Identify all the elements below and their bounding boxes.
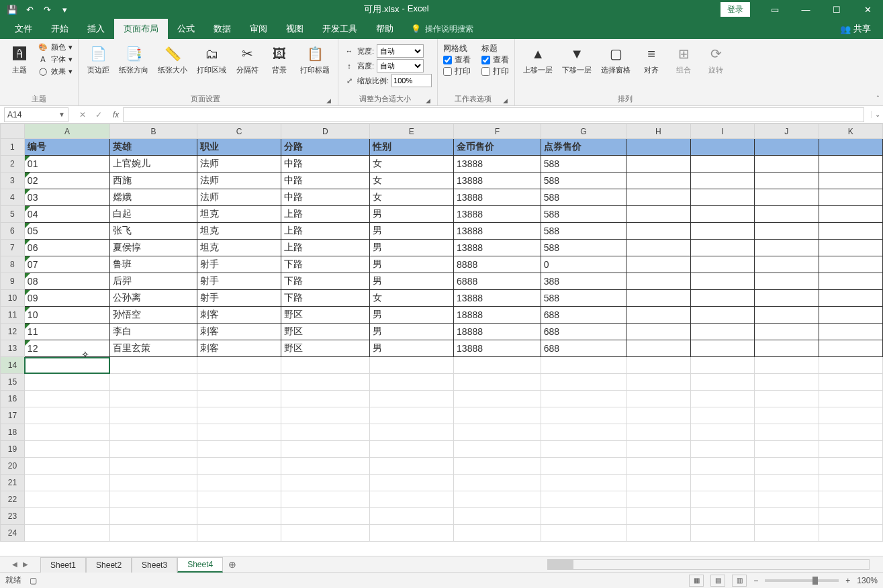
cell-H1[interactable] <box>626 139 690 156</box>
row-header-2[interactable]: 2 <box>1 156 25 173</box>
cell-H20[interactable] <box>626 458 690 475</box>
cell-C2[interactable]: 法师 <box>197 156 281 173</box>
cell-G10[interactable]: 588 <box>541 290 626 307</box>
cell-J14[interactable] <box>755 357 819 374</box>
cell-C16[interactable] <box>197 391 281 407</box>
col-header-A[interactable]: A <box>24 124 109 139</box>
cell-G22[interactable] <box>541 491 626 508</box>
cell-K2[interactable] <box>819 156 883 173</box>
orientation-button[interactable]: 📑纸张方向 <box>116 42 151 76</box>
cell-B14[interactable] <box>110 357 197 374</box>
cell-H13[interactable] <box>626 340 690 357</box>
cell-J7[interactable] <box>755 240 819 256</box>
cell-E14[interactable] <box>369 357 453 374</box>
tab-data[interactable]: 数据 <box>204 19 240 39</box>
maximize-icon[interactable]: ☐ <box>821 0 852 19</box>
cell-E22[interactable] <box>369 491 453 508</box>
cell-J9[interactable] <box>755 273 819 290</box>
cell-F7[interactable]: 13888 <box>454 240 541 256</box>
ribbon-options-icon[interactable]: ▭ <box>759 0 790 19</box>
sheet-tab-4[interactable]: Sheet4 <box>177 557 223 573</box>
cell-J11[interactable] <box>755 307 819 324</box>
cell-J6[interactable] <box>755 223 819 240</box>
tab-review[interactable]: 审阅 <box>240 19 277 39</box>
cell-F13[interactable]: 13888 <box>454 340 541 357</box>
cell-E15[interactable] <box>369 374 453 391</box>
cell-B15[interactable] <box>110 374 197 391</box>
sheet-tab-2[interactable]: Sheet2 <box>86 557 132 573</box>
redo-icon[interactable]: ↷ <box>39 1 55 17</box>
cell-D21[interactable] <box>281 475 369 491</box>
cell-C5[interactable]: 坦克 <box>197 206 281 223</box>
cell-C20[interactable] <box>197 458 281 475</box>
cell-A8[interactable]: 07 <box>24 256 109 273</box>
cell-C14[interactable] <box>197 357 281 374</box>
row-header-18[interactable]: 18 <box>1 424 25 441</box>
cell-H2[interactable] <box>626 156 690 173</box>
width-select[interactable]: 自动 <box>377 44 424 58</box>
enter-formula-icon[interactable]: ✓ <box>93 110 105 119</box>
cell-G18[interactable] <box>541 424 626 441</box>
cell-H17[interactable] <box>626 407 690 424</box>
col-header-H[interactable]: H <box>626 124 690 139</box>
cell-C17[interactable] <box>197 407 281 424</box>
cell-I21[interactable] <box>690 475 754 491</box>
fx-icon[interactable]: fx <box>113 110 119 119</box>
cancel-formula-icon[interactable]: ✕ <box>77 110 89 119</box>
cell-I15[interactable] <box>690 374 754 391</box>
cell-F24[interactable] <box>454 525 541 542</box>
cell-G8[interactable]: 0 <box>541 256 626 273</box>
cell-E16[interactable] <box>369 391 453 407</box>
cell-K7[interactable] <box>819 240 883 256</box>
col-header-F[interactable]: F <box>454 124 541 139</box>
cell-A19[interactable] <box>24 441 109 458</box>
cell-D17[interactable] <box>281 407 369 424</box>
cell-H19[interactable] <box>626 441 690 458</box>
scale-launcher-icon[interactable]: ◢ <box>426 97 432 104</box>
cell-A1[interactable]: 编号 <box>24 139 109 156</box>
margins-button[interactable]: 📄页边距 <box>84 42 112 76</box>
cell-E11[interactable]: 男 <box>369 307 453 324</box>
zoom-in-icon[interactable]: + <box>845 576 850 585</box>
cell-I10[interactable] <box>690 290 754 307</box>
bringforward-button[interactable]: ▲上移一层 <box>520 42 555 76</box>
row-header-10[interactable]: 10 <box>1 290 25 307</box>
cell-B5[interactable]: 白起 <box>110 206 197 223</box>
cell-F22[interactable] <box>454 491 541 508</box>
cell-G13[interactable]: 688 <box>541 340 626 357</box>
cell-G3[interactable]: 588 <box>541 173 626 189</box>
cell-D10[interactable]: 下路 <box>281 290 369 307</box>
cell-G11[interactable]: 688 <box>541 307 626 324</box>
cell-I22[interactable] <box>690 491 754 508</box>
row-header-8[interactable]: 8 <box>1 256 25 273</box>
cell-K9[interactable] <box>819 273 883 290</box>
cell-C19[interactable] <box>197 441 281 458</box>
row-header-17[interactable]: 17 <box>1 407 25 424</box>
cell-C11[interactable]: 刺客 <box>197 307 281 324</box>
cell-I9[interactable] <box>690 273 754 290</box>
col-header-B[interactable]: B <box>110 124 197 139</box>
col-header-D[interactable]: D <box>281 124 369 139</box>
row-header-11[interactable]: 11 <box>1 307 25 324</box>
row-header-14[interactable]: 14 <box>1 357 25 374</box>
cell-K6[interactable] <box>819 223 883 240</box>
cell-G14[interactable] <box>541 357 626 374</box>
cell-C7[interactable]: 坦克 <box>197 240 281 256</box>
cell-G21[interactable] <box>541 475 626 491</box>
cell-I3[interactable] <box>690 173 754 189</box>
cell-C9[interactable]: 射手 <box>197 273 281 290</box>
cell-H11[interactable] <box>626 307 690 324</box>
cell-F14[interactable] <box>454 357 541 374</box>
cell-E10[interactable]: 女 <box>369 290 453 307</box>
cell-A3[interactable]: 02 <box>24 173 109 189</box>
cell-K21[interactable] <box>819 475 883 491</box>
cell-H24[interactable] <box>626 525 690 542</box>
chevron-down-icon[interactable]: ▼ <box>58 111 65 118</box>
size-button[interactable]: 📏纸张大小 <box>155 42 190 76</box>
cell-I7[interactable] <box>690 240 754 256</box>
cell-G4[interactable]: 588 <box>541 189 626 206</box>
cell-C1[interactable]: 职业 <box>197 139 281 156</box>
cell-F19[interactable] <box>454 441 541 458</box>
cell-D2[interactable]: 中路 <box>281 156 369 173</box>
cell-E17[interactable] <box>369 407 453 424</box>
